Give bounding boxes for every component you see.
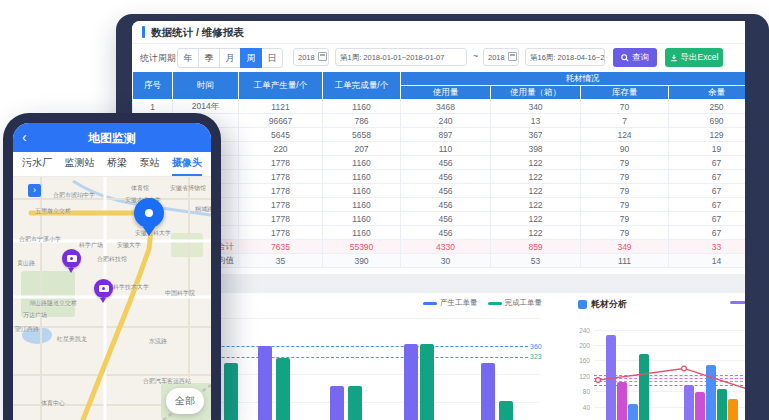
phone-tab-监测站[interactable]: 监测站: [65, 152, 95, 176]
phone-tab-泵站[interactable]: 泵站: [140, 152, 160, 176]
legend-swatch: [488, 302, 502, 305]
map-label: 五里墩立交桥: [35, 207, 71, 216]
calendar-icon: [508, 52, 517, 61]
camera-marker[interactable]: [62, 249, 81, 268]
breadcrumb-accent-tick: [142, 26, 145, 38]
map-label: 东流路: [149, 337, 167, 346]
consumable-bar: [706, 365, 716, 420]
sub-column-header: 库存量: [581, 86, 669, 100]
period-button-年[interactable]: 年: [177, 48, 199, 68]
bar-产生工单量: [481, 363, 495, 420]
reference-line: [594, 378, 745, 379]
table-row: 2202071103989019: [133, 142, 746, 156]
charts-background-band: [132, 274, 745, 293]
map-label: 红星美凯龙: [57, 335, 87, 344]
consumable-bar: [606, 335, 616, 420]
phone-app-title: 地图监测: [13, 130, 211, 147]
map-label: 中国科学院: [165, 289, 195, 298]
gridline: [594, 376, 745, 377]
map-label: 湖山路隧道立交桥: [29, 299, 77, 308]
column-header: 工单产生量/个: [239, 72, 323, 100]
map-label: 科学广场: [79, 241, 103, 250]
total-row: 合计763555390433085934933: [133, 240, 746, 254]
camera-icon: [99, 285, 109, 292]
selected-location-pin[interactable]: [134, 198, 164, 228]
table-row: 12014年11211160346834070250: [133, 100, 746, 114]
table-row: 177811604561227967: [133, 198, 746, 212]
period-button-周[interactable]: 周: [240, 48, 262, 68]
map-label: 合肥汽车客运西站: [143, 377, 191, 386]
map-label: 合肥市宁溪小学: [19, 235, 61, 244]
bar-产生工单量: [404, 344, 418, 420]
consumable-bar: [728, 399, 738, 420]
phone-app-header: ‹ 地图监测: [13, 123, 211, 152]
phone-tab-摄像头[interactable]: 摄像头: [172, 152, 202, 176]
legend-item[interactable]: 产生工单量: [423, 298, 478, 308]
phone-tab-bar: 污水厂监测站桥梁泵站摄像头: [13, 152, 211, 177]
map-label: 合肥市琥珀中学: [53, 191, 95, 200]
bar-完成工单量: [224, 363, 238, 420]
legend-item[interactable]: 完成工单量: [488, 298, 543, 308]
chart-title: 耗材分析: [578, 298, 627, 311]
table-row: 96667786240137690: [133, 114, 746, 128]
bar-产生工单量: [258, 346, 272, 420]
week-end-input[interactable]: 第16周: 2018-04-16~2018-04-22: [525, 48, 605, 66]
breadcrumb-bar: 数据统计 / 维修报表: [132, 21, 745, 44]
table-row: 177811604561227967: [133, 212, 746, 226]
phone-mockup: ‹ 地图监测 污水厂监测站桥梁泵站摄像头: [3, 113, 221, 420]
legend-swatch: [423, 302, 437, 305]
map-label: 万达广场: [23, 311, 47, 320]
export-excel-button[interactable]: 导出Excel: [665, 48, 723, 67]
bar-完成工单量: [420, 344, 434, 420]
search-icon: [621, 54, 629, 62]
panel-expander-button[interactable]: ›: [28, 184, 41, 197]
reference-line-label: 360: [530, 343, 542, 350]
map-label: 体育中心: [41, 399, 65, 408]
average-row: 平均值35390305311114: [133, 254, 746, 268]
bar-产生工单量: [330, 386, 344, 420]
map-label: 安徽大学: [117, 241, 141, 250]
phone-tab-污水厂[interactable]: 污水厂: [22, 152, 52, 176]
cropped-legend-swatch: [730, 301, 745, 304]
column-header: 工单完成量/个: [323, 72, 401, 100]
table-row: 177811604561227967: [133, 170, 746, 184]
map-label: 安徽省博物馆: [170, 184, 206, 193]
y-axis-tick: 160: [570, 357, 590, 364]
consumable-bar: [695, 392, 705, 420]
period-button-月[interactable]: 月: [219, 48, 241, 68]
period-button-日[interactable]: 日: [261, 48, 283, 68]
period-button-季[interactable]: 季: [198, 48, 220, 68]
table-row: 177811604561227967: [133, 226, 746, 240]
map-label: 体育馆: [131, 184, 149, 193]
bar-完成工单量: [499, 401, 513, 420]
group-column-header: 耗材情况: [401, 72, 746, 86]
all-filter-button[interactable]: 全部: [166, 388, 204, 414]
week-start-input[interactable]: 第1周: 2018-01-01~2018-01-07: [335, 48, 467, 66]
sub-column-header: 使用量: [401, 86, 491, 100]
phone-tab-桥梁[interactable]: 桥梁: [107, 152, 127, 176]
consumables-chart-card: 耗材分析 2402001601208040: [570, 293, 745, 420]
year-end-select[interactable]: 2018: [483, 48, 519, 66]
map-label: 合肥科技馆: [97, 255, 127, 264]
map-label: 望江西路: [15, 325, 39, 334]
y-axis-tick: 240: [570, 327, 590, 334]
camera-icon: [67, 255, 77, 262]
camera-marker[interactable]: [94, 279, 113, 298]
y-axis-tick: 200: [570, 342, 590, 349]
gridline: [594, 330, 745, 331]
range-tilde: ~: [473, 51, 478, 61]
chart-legend: 产生工单量完成工单量: [423, 298, 542, 308]
period-segment: 年季月周日: [177, 48, 283, 68]
screenshot-stage: 数据统计 / 维修报表 统计周期： 年季月周日 2018 第1周: 2018-0…: [0, 0, 769, 420]
gridline: [594, 345, 745, 346]
year-start-select[interactable]: 2018: [293, 48, 329, 66]
query-button[interactable]: 查询: [613, 48, 657, 67]
table-row: 56455658897367124129: [133, 128, 746, 142]
bar-完成工单量: [348, 386, 362, 420]
column-header: 时间: [173, 72, 239, 100]
map-view[interactable]: 合肥市琥珀中学体育馆安徽农业大学安徽省博物馆桐城路五里墩立交桥安徽医科大学合肥市…: [13, 177, 211, 420]
y-axis-tick: 120: [570, 373, 590, 380]
y-axis-tick: 80: [570, 388, 590, 395]
legend-label: 产生工单量: [440, 298, 478, 308]
report-table: 序号时间工单产生量/个工单完成量/个耗材情况使用量使用量（箱）库存量余量1201…: [132, 71, 745, 268]
